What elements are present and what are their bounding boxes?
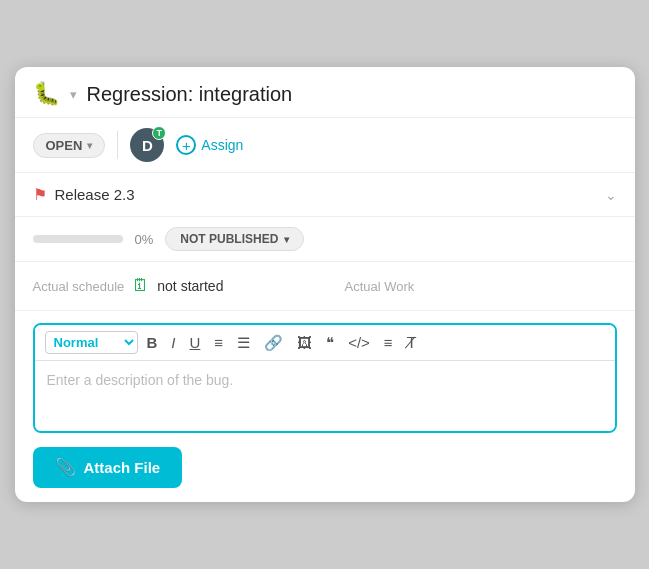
ordered-list-button[interactable]: ≡: [209, 332, 228, 353]
progress-row: 0% NOT PUBLISHED ▾: [15, 217, 635, 262]
editor-toolbar: Normal Heading 1 Heading 2 Heading 3 B I…: [35, 325, 615, 361]
link-button[interactable]: 🔗: [259, 332, 288, 354]
plus-circle-icon: +: [176, 135, 196, 155]
quote-button[interactable]: ❝: [321, 332, 339, 354]
title-input[interactable]: [87, 83, 617, 106]
info-row: Actual schedule 🗓 not started Actual Wor…: [15, 262, 635, 311]
editor-placeholder: Enter a description of the bug.: [47, 372, 234, 388]
status-label: OPEN: [46, 138, 83, 153]
paperclip-icon: 📎: [55, 457, 76, 478]
card-header: 🐛 ▾: [15, 67, 635, 118]
avatar[interactable]: D T: [130, 128, 164, 162]
schedule-value: not started: [157, 278, 223, 294]
unordered-list-button[interactable]: ☰: [232, 332, 255, 354]
actual-work-label: Actual Work: [345, 279, 415, 294]
schedule-col: Actual schedule 🗓 not started: [33, 276, 305, 296]
status-arrow: ▾: [87, 140, 92, 151]
format-select[interactable]: Normal Heading 1 Heading 2 Heading 3: [45, 331, 138, 354]
main-card: 🐛 ▾ OPEN ▾ D T + Assign ⚑ Release 2.3 ⌄: [15, 67, 635, 502]
attach-file-button[interactable]: 📎 Attach File: [33, 447, 183, 488]
editor-box: Normal Heading 1 Heading 2 Heading 3 B I…: [33, 323, 617, 433]
align-button[interactable]: ≡: [379, 332, 398, 353]
editor-content[interactable]: Enter a description of the bug.: [35, 361, 615, 431]
progress-bar: [33, 235, 123, 243]
work-col: Actual Work: [305, 279, 617, 294]
bug-icon: 🐛: [33, 81, 60, 107]
avatar-group: D T: [130, 128, 164, 162]
chevron-icon[interactable]: ▾: [70, 87, 77, 102]
image-button[interactable]: 🖼: [292, 332, 317, 353]
publish-arrow: ▾: [284, 234, 289, 245]
avatar-badge: T: [152, 126, 166, 140]
calendar-icon: 🗓: [132, 276, 149, 296]
clear-format-button[interactable]: T̸: [402, 332, 421, 354]
release-row[interactable]: ⚑ Release 2.3 ⌄: [15, 173, 635, 217]
assign-button[interactable]: + Assign: [176, 135, 243, 155]
assign-label: Assign: [201, 137, 243, 153]
release-chevron-icon[interactable]: ⌄: [605, 187, 617, 203]
separator: [117, 131, 118, 159]
editor-section: Normal Heading 1 Heading 2 Heading 3 B I…: [15, 311, 635, 502]
attach-label: Attach File: [84, 459, 161, 476]
toolbar-row: OPEN ▾ D T + Assign: [15, 118, 635, 173]
italic-button[interactable]: I: [166, 332, 180, 353]
progress-percent: 0%: [135, 232, 154, 247]
flag-icon: ⚑: [33, 185, 47, 204]
status-button[interactable]: OPEN ▾: [33, 133, 106, 158]
avatar-letter: D: [142, 137, 153, 154]
schedule-label: Actual schedule: [33, 279, 125, 294]
code-button[interactable]: </>: [343, 332, 375, 353]
bold-button[interactable]: B: [142, 332, 163, 353]
release-label: Release 2.3: [55, 186, 597, 203]
publish-label: NOT PUBLISHED: [180, 232, 278, 246]
underline-button[interactable]: U: [185, 332, 206, 353]
publish-button[interactable]: NOT PUBLISHED ▾: [165, 227, 304, 251]
